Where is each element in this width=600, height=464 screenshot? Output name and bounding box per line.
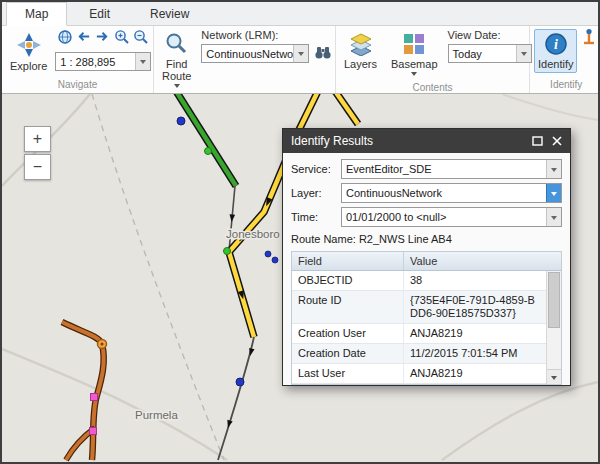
scrollbar-thumb[interactable] bbox=[548, 272, 560, 328]
pink-point-marker bbox=[91, 394, 98, 401]
route-name-value: R2_NWS Line AB4 bbox=[359, 233, 452, 245]
navigate-group-label: Navigate bbox=[6, 79, 149, 93]
blue-point-marker bbox=[177, 117, 185, 125]
view-date-dropdown-arrow bbox=[516, 45, 531, 62]
identify-button[interactable]: i Identify bbox=[534, 29, 577, 73]
identify-results-title: Identify Results bbox=[291, 134, 524, 148]
minus-icon: − bbox=[33, 158, 42, 176]
full-extent-button[interactable] bbox=[55, 29, 74, 48]
previous-extent-button[interactable] bbox=[74, 29, 93, 48]
close-icon bbox=[552, 136, 562, 146]
plus-icon: + bbox=[33, 130, 42, 148]
field-column-header[interactable]: Field bbox=[292, 252, 404, 270]
maximize-button[interactable] bbox=[530, 134, 544, 148]
explore-label: Explore bbox=[10, 60, 47, 72]
zoom-out-tool-button[interactable] bbox=[131, 29, 150, 48]
identify-results-panel: Identify Results Service: bbox=[282, 128, 571, 386]
layers-button[interactable]: Layers bbox=[340, 29, 381, 73]
identify-label: Identify bbox=[538, 58, 573, 70]
attributes-table-header: Field Value bbox=[292, 252, 561, 271]
route-name-line: Route Name: R2_NWS Line AB4 bbox=[291, 233, 562, 245]
scrollbar-down-button[interactable] bbox=[547, 369, 561, 384]
tab-edit[interactable]: Edit bbox=[71, 2, 128, 25]
route-location-tool-icon bbox=[581, 28, 597, 50]
tab-review-label: Review bbox=[150, 7, 189, 21]
explore-compass-icon bbox=[16, 32, 42, 60]
ribbon-group-contents: Layers Basemap View Date: bbox=[336, 26, 530, 93]
find-route-magnifier-icon bbox=[165, 32, 189, 58]
network-lrm-combobox[interactable]: ContinuousNetwork bbox=[201, 44, 309, 63]
search-routes-button[interactable] bbox=[313, 44, 332, 63]
find-route-label: Find Route bbox=[162, 58, 191, 82]
basemap-icon bbox=[402, 32, 426, 58]
back-arrow-icon bbox=[76, 29, 91, 48]
identify-results-body: Service: EventEditor_SDE Layer: Continuo… bbox=[283, 153, 570, 385]
tab-review[interactable]: Review bbox=[132, 2, 207, 25]
identify-group-label: Identify bbox=[534, 79, 598, 93]
green-route bbox=[176, 94, 236, 186]
map-scale-combobox[interactable]: 1 : 288,895 bbox=[55, 52, 151, 71]
service-value: EventEditor_SDE bbox=[342, 163, 546, 175]
green-point-marker bbox=[205, 148, 212, 155]
ribbon-group-identify: i Identify Identify bbox=[530, 26, 600, 93]
identify-icon: i bbox=[544, 32, 568, 58]
value-column-header[interactable]: Value bbox=[404, 252, 561, 270]
service-dropdown-arrow bbox=[546, 160, 561, 178]
zoom-in-tool-button[interactable] bbox=[112, 29, 131, 48]
map-viewport: Jonesboro Purmela + − Identify Results bbox=[2, 94, 598, 462]
time-combobox[interactable]: 01/01/2000 to <null> bbox=[341, 207, 562, 227]
ribbon-group-navigate: Explore bbox=[2, 26, 154, 93]
service-label: Service: bbox=[291, 163, 341, 175]
tab-map-label: Map bbox=[25, 7, 48, 21]
time-label: Time: bbox=[291, 211, 341, 223]
map-scale-dropdown-arrow bbox=[135, 53, 150, 70]
network-lrm-label: Network (LRM): bbox=[201, 29, 332, 42]
identify-results-titlebar[interactable]: Identify Results bbox=[283, 129, 570, 153]
map-scale-value: 1 : 288,895 bbox=[56, 56, 135, 68]
ribbon-tabstrip: Map Edit Review bbox=[2, 2, 598, 26]
basemap-label: Basemap bbox=[391, 58, 437, 70]
app-window: Map Edit Review Explor bbox=[0, 0, 600, 464]
layers-icon bbox=[349, 32, 373, 58]
table-row: Creation User ANJA8219 bbox=[292, 324, 546, 344]
place-label-purmela: Purmela bbox=[135, 409, 178, 421]
table-scrollbar[interactable] bbox=[546, 271, 561, 384]
identify-route-location-button[interactable] bbox=[579, 29, 598, 48]
zoom-in-magnifier-icon bbox=[114, 29, 130, 49]
close-button[interactable] bbox=[550, 134, 564, 148]
network-lrm-dropdown-arrow bbox=[293, 45, 308, 62]
attributes-table: Field Value OBJECTID 38 Route ID {735E4F… bbox=[291, 251, 562, 385]
ribbon: Explore bbox=[2, 26, 598, 94]
view-date-combobox[interactable]: Today bbox=[448, 44, 532, 63]
map-zoom-control: + − bbox=[24, 126, 51, 182]
explore-button[interactable]: Explore bbox=[6, 29, 51, 75]
table-row: Route ID {735E4F0E-791D-4859-BDD6-90E185… bbox=[292, 291, 546, 324]
maximize-icon bbox=[532, 136, 543, 146]
ribbon-group-find: Find Route Network (LRM): ContinuousNetw… bbox=[154, 26, 336, 93]
table-row: Creation Date 11/2/2015 7:01:54 PM bbox=[292, 344, 546, 364]
map-zoom-in-button[interactable]: + bbox=[24, 126, 51, 152]
tab-edit-label: Edit bbox=[89, 7, 110, 21]
zoom-out-magnifier-icon bbox=[133, 29, 149, 49]
layer-value: ContinuousNetwork bbox=[342, 187, 546, 199]
view-date-label: View Date: bbox=[448, 29, 532, 42]
table-row: OBJECTID 38 bbox=[292, 271, 546, 291]
layer-dropdown-arrow bbox=[546, 184, 561, 202]
service-combobox[interactable]: EventEditor_SDE bbox=[341, 159, 562, 179]
view-date-value: Today bbox=[449, 48, 516, 60]
time-value: 01/01/2000 to <null> bbox=[342, 211, 546, 223]
tab-map[interactable]: Map bbox=[6, 2, 67, 26]
place-label-jonesboro: Jonesboro bbox=[226, 228, 280, 240]
map-zoom-out-button[interactable]: − bbox=[24, 154, 51, 180]
next-extent-button[interactable] bbox=[93, 29, 112, 48]
basemap-caret-icon bbox=[411, 72, 417, 79]
layers-label: Layers bbox=[344, 58, 377, 70]
find-route-caret-icon bbox=[174, 84, 180, 91]
network-lrm-value: ContinuousNetwork bbox=[202, 48, 293, 60]
forward-arrow-icon bbox=[95, 29, 110, 48]
route-name-label: Route Name: bbox=[291, 233, 356, 245]
time-dropdown-arrow bbox=[546, 208, 561, 226]
find-route-button[interactable]: Find Route bbox=[158, 29, 195, 94]
basemap-button[interactable]: Basemap bbox=[387, 29, 441, 82]
layer-combobox[interactable]: ContinuousNetwork bbox=[341, 183, 562, 203]
